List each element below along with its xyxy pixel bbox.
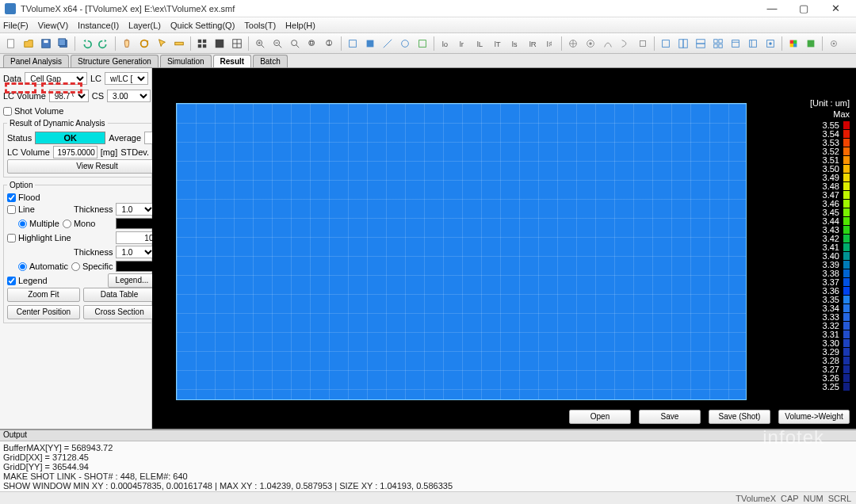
lcvoln-value[interactable] xyxy=(53,146,97,158)
menu-help[interactable]: Help(H) xyxy=(285,21,315,30)
shot-volume-label: Shot Volume xyxy=(14,106,63,116)
open-button[interactable]: Open xyxy=(569,410,631,424)
win2-icon[interactable] xyxy=(675,36,691,52)
cs-select[interactable]: 3.00 xyxy=(107,90,151,102)
legend-button[interactable]: Legend... xyxy=(108,273,155,288)
data-select[interactable]: Cell Gap xyxy=(25,72,87,85)
title-bar: TVolumeX x64 - [TVolumeX ex] E:\ex\TVolu… xyxy=(0,0,856,17)
menu-tools[interactable]: Tools(T) xyxy=(244,21,276,30)
menu-view[interactable]: View(V) xyxy=(38,21,68,30)
zoom-sel-icon[interactable] xyxy=(304,36,320,52)
maximize-button[interactable]: ▢ xyxy=(788,0,820,17)
zoom-reset-icon[interactable]: 1 xyxy=(322,36,338,52)
menu-quicksetting[interactable]: Quick Setting(Q) xyxy=(170,21,235,30)
tool1-icon[interactable] xyxy=(565,36,581,52)
saveall-icon[interactable] xyxy=(55,36,71,52)
highlight-value[interactable] xyxy=(116,231,155,244)
undo-icon[interactable] xyxy=(78,36,94,52)
mono-radio[interactable] xyxy=(63,220,71,228)
redo-icon[interactable] xyxy=(96,36,112,52)
snap2-icon[interactable] xyxy=(362,36,378,52)
cross-section-button[interactable]: Cross Section xyxy=(83,305,156,319)
lcvol-select[interactable]: 98.7 % xyxy=(49,90,89,102)
snap5-icon[interactable] xyxy=(415,36,430,52)
svg-rect-6 xyxy=(175,42,184,45)
grid1-icon[interactable] xyxy=(194,36,210,52)
layer3-icon[interactable]: lL xyxy=(472,36,488,52)
multiple-radio[interactable] xyxy=(18,220,27,228)
grid3-icon[interactable] xyxy=(229,36,245,52)
legend-item: 3.50 xyxy=(802,164,850,173)
color1-icon[interactable] xyxy=(785,36,801,52)
tool2-icon[interactable] xyxy=(583,36,598,52)
pointer-icon[interactable] xyxy=(154,36,170,52)
zoom-fit-button[interactable]: Zoom Fit xyxy=(7,288,80,302)
legend-item: 3.43 xyxy=(802,225,850,234)
specific-color[interactable] xyxy=(116,261,155,272)
new-icon[interactable] xyxy=(3,36,19,52)
tab-panel-analysis[interactable]: Panel Analysis xyxy=(3,55,69,67)
zoom-in-icon[interactable] xyxy=(252,36,268,52)
layer2-icon[interactable]: lr xyxy=(455,36,471,52)
win5-icon[interactable] xyxy=(728,36,743,52)
flood-check[interactable] xyxy=(7,193,16,202)
legend-check[interactable] xyxy=(7,277,16,285)
settings-icon[interactable] xyxy=(826,36,842,52)
save-button[interactable]: Save xyxy=(639,410,701,424)
open-icon[interactable] xyxy=(21,36,36,52)
tab-simulation[interactable]: Simulation xyxy=(160,55,212,67)
measure-icon[interactable] xyxy=(171,36,187,52)
svg-line-30 xyxy=(384,39,392,48)
tab-structure-generation[interactable]: Structure Generation xyxy=(71,55,159,67)
mono-color[interactable] xyxy=(116,218,155,229)
save-shot-button[interactable]: Save (Shot) xyxy=(709,410,770,424)
line-check[interactable] xyxy=(7,205,16,214)
rotate-icon[interactable] xyxy=(136,36,152,52)
center-position-button[interactable]: Center Position xyxy=(7,305,80,319)
close-button[interactable]: ✕ xyxy=(820,0,851,17)
snap1-icon[interactable] xyxy=(345,36,361,52)
tool4-icon[interactable] xyxy=(617,36,633,52)
thickness2-select[interactable]: 1.0 xyxy=(116,246,155,258)
legend-item: 3.47 xyxy=(802,190,850,199)
layer1-icon[interactable]: lo xyxy=(438,36,453,52)
snap3-icon[interactable] xyxy=(380,36,396,52)
tool5-icon[interactable] xyxy=(635,36,651,52)
heatmap-plot[interactable] xyxy=(176,103,747,400)
automatic-radio[interactable] xyxy=(18,262,27,271)
layer4-icon[interactable]: lT xyxy=(490,36,506,52)
zoom-out-icon[interactable] xyxy=(269,36,285,52)
legend-item: 3.27 xyxy=(802,365,850,373)
data-table-button[interactable]: Data Table xyxy=(83,288,156,302)
shot-volume-check[interactable] xyxy=(3,107,12,116)
save-icon[interactable] xyxy=(38,36,54,52)
highlight-check[interactable] xyxy=(7,234,16,242)
specific-radio[interactable] xyxy=(71,262,80,271)
thickness-select[interactable]: 1.0 xyxy=(116,203,155,216)
layer7-icon[interactable]: l♯ xyxy=(542,36,558,52)
tool3-icon[interactable] xyxy=(600,36,616,52)
snap4-icon[interactable] xyxy=(397,36,413,52)
win3-icon[interactable] xyxy=(693,36,709,52)
hand-icon[interactable] xyxy=(119,36,135,52)
legend-item: 3.41 xyxy=(802,242,850,251)
lc-select[interactable]: w/LC [N] xyxy=(105,72,148,85)
tab-batch[interactable]: Batch xyxy=(253,55,288,67)
grid2-icon[interactable] xyxy=(212,36,227,52)
zoom-fit-icon[interactable] xyxy=(287,36,303,52)
menu-file[interactable]: File(F) xyxy=(3,21,29,30)
layer6-icon[interactable]: lR xyxy=(525,36,541,52)
win4-icon[interactable] xyxy=(710,36,726,52)
color2-icon[interactable] xyxy=(803,36,819,52)
svg-point-24 xyxy=(309,40,315,45)
layer5-icon[interactable]: ls xyxy=(507,36,523,52)
win6-icon[interactable] xyxy=(745,36,761,52)
volume-weight-button[interactable]: Volume->Weight xyxy=(778,410,850,424)
win1-icon[interactable] xyxy=(658,36,674,52)
win7-icon[interactable] xyxy=(762,36,778,52)
minimize-button[interactable]: — xyxy=(756,0,788,17)
tab-result[interactable]: Result xyxy=(213,55,252,67)
menu-layer[interactable]: Layer(L) xyxy=(128,21,161,30)
svg-rect-9 xyxy=(198,44,201,47)
menu-instance[interactable]: Instance(I) xyxy=(78,21,119,30)
